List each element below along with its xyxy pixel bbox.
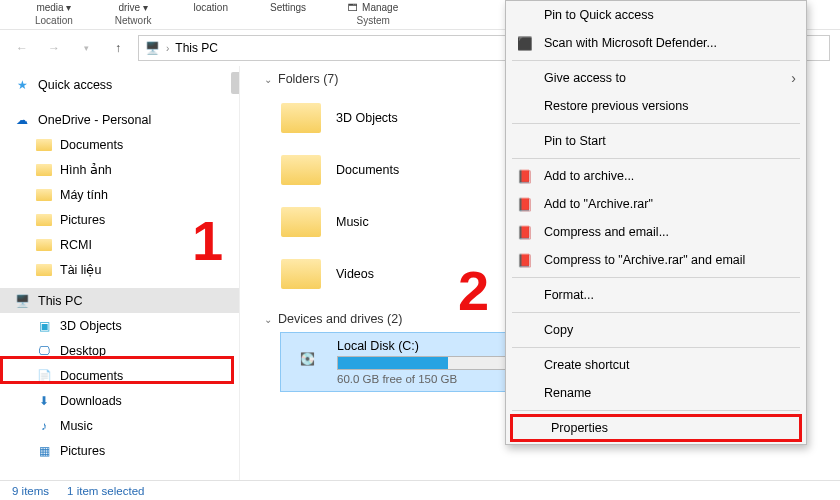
tree-item[interactable]: ♪Music xyxy=(0,413,239,438)
separator xyxy=(512,347,800,348)
address-text: This PC xyxy=(175,41,218,55)
ribbon-media-drop[interactable]: media ▾ xyxy=(36,2,71,13)
pictures-icon: ▦ xyxy=(36,443,52,459)
tree-this-pc[interactable]: 🖥️ This PC xyxy=(0,288,239,313)
separator xyxy=(512,312,800,313)
tree-item[interactable]: Hình ảnh xyxy=(0,157,239,182)
nav-history-button[interactable]: ▾ xyxy=(74,36,98,60)
winrar-icon: 📕 xyxy=(516,195,534,213)
music-icon: ♪ xyxy=(36,418,52,434)
tree-item[interactable]: ▣3D Objects xyxy=(0,313,239,338)
ctx-add-archive-rar[interactable]: 📕Add to "Archive.rar" xyxy=(506,190,806,218)
ctx-copy[interactable]: Copy xyxy=(506,316,806,344)
scrollbar-thumb[interactable] xyxy=(231,72,240,94)
ctx-format[interactable]: Format... xyxy=(506,281,806,309)
nav-up-button[interactable]: ↑ xyxy=(106,36,130,60)
ribbon-group-system[interactable]: 🗔Manage System xyxy=(348,2,398,29)
chevron-right-icon: › xyxy=(166,43,169,54)
winrar-icon: 📕 xyxy=(516,167,534,185)
annotation-number-2: 2 xyxy=(458,258,489,323)
drive-icon: 💽 xyxy=(287,343,327,375)
separator xyxy=(512,410,800,411)
separator xyxy=(512,277,800,278)
object3d-folder-icon xyxy=(280,97,322,139)
separator xyxy=(512,60,800,61)
nav-tree: ★ Quick access ☁ OneDrive - Personal Doc… xyxy=(0,66,240,480)
status-bar: 9 items 1 item selected xyxy=(0,480,840,500)
context-menu: Pin to Quick access ⬛Scan with Microsoft… xyxy=(505,0,807,445)
tree-item[interactable]: Máy tính xyxy=(0,182,239,207)
music-folder-icon xyxy=(280,201,322,243)
object3d-icon: ▣ xyxy=(36,318,52,334)
tree-onedrive[interactable]: ☁ OneDrive - Personal xyxy=(0,107,239,132)
winrar-icon: 📕 xyxy=(516,223,534,241)
nav-back-button[interactable]: ← xyxy=(10,36,34,60)
ribbon-location-btn[interactable]: location xyxy=(194,2,228,29)
tree-item[interactable]: ▦Pictures xyxy=(0,438,239,463)
tree-quick-access[interactable]: ★ Quick access xyxy=(0,72,239,97)
ctx-pin-start[interactable]: Pin to Start xyxy=(506,127,806,155)
videos-folder-icon xyxy=(280,253,322,295)
annotation-box-1 xyxy=(0,356,234,384)
separator xyxy=(512,123,800,124)
ctx-pin-quick-access[interactable]: Pin to Quick access xyxy=(506,1,806,29)
star-icon: ★ xyxy=(14,77,30,93)
folder-icon xyxy=(36,212,52,228)
ctx-restore-versions[interactable]: Restore previous versions xyxy=(506,92,806,120)
chevron-down-icon: ⌄ xyxy=(264,74,272,85)
ctx-rename[interactable]: Rename xyxy=(506,379,806,407)
ctx-give-access[interactable]: Give access to xyxy=(506,64,806,92)
ctx-compress-email[interactable]: 📕Compress and email... xyxy=(506,218,806,246)
shield-icon: ⬛ xyxy=(516,34,534,52)
ribbon-settings-btn[interactable]: Settings xyxy=(270,2,306,29)
separator xyxy=(512,158,800,159)
ribbon-group-network[interactable]: drive ▾ Network xyxy=(115,2,152,29)
ctx-properties[interactable]: Properties xyxy=(510,414,802,442)
ctx-create-shortcut[interactable]: Create shortcut xyxy=(506,351,806,379)
annotation-number-1: 1 xyxy=(192,208,223,273)
status-selection: 1 item selected xyxy=(67,485,144,497)
ctx-compress-rar-email[interactable]: 📕Compress to "Archive.rar" and email xyxy=(506,246,806,274)
winrar-icon: 📕 xyxy=(516,251,534,269)
nav-forward-button[interactable]: → xyxy=(42,36,66,60)
tree-item[interactable]: Documents xyxy=(0,132,239,157)
tree-item[interactable]: ⬇Downloads xyxy=(0,388,239,413)
status-item-count: 9 items xyxy=(12,485,49,497)
folder-icon xyxy=(36,162,52,178)
manage-icon: 🗔 xyxy=(348,2,358,13)
folder-icon xyxy=(36,262,52,278)
folder-icon xyxy=(36,187,52,203)
thispc-icon: 🖥️ xyxy=(145,41,160,55)
folder-icon xyxy=(36,237,52,253)
ctx-scan-defender[interactable]: ⬛Scan with Microsoft Defender... xyxy=(506,29,806,57)
folder-icon xyxy=(36,137,52,153)
ribbon-drive-drop[interactable]: drive ▾ xyxy=(118,2,147,13)
documents-folder-icon xyxy=(280,149,322,191)
drive-item-c[interactable]: 💽 Local Disk (C:) 60.0 GB free of 150 GB xyxy=(280,332,530,392)
usage-bar xyxy=(337,356,523,370)
chevron-down-icon: ⌄ xyxy=(264,314,272,325)
ctx-add-archive[interactable]: 📕Add to archive... xyxy=(506,162,806,190)
thispc-icon: 🖥️ xyxy=(14,293,30,309)
ribbon-group-location[interactable]: media ▾ Location xyxy=(35,2,73,29)
downloads-icon: ⬇ xyxy=(36,393,52,409)
cloud-icon: ☁ xyxy=(14,112,30,128)
